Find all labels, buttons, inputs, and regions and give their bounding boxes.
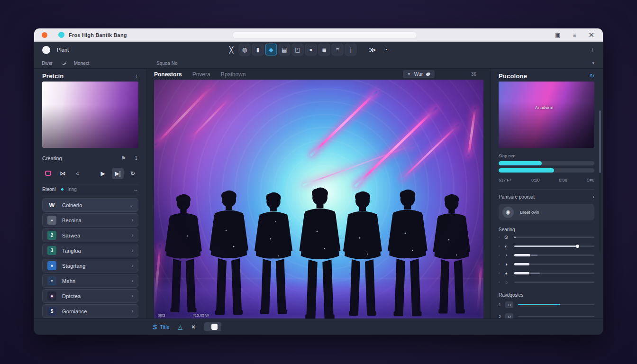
brush-tool-icon[interactable]: ◍ — [238, 44, 250, 55]
balance-slider[interactable] — [514, 255, 594, 256]
cloud-slider[interactable] — [514, 264, 594, 265]
stat-value: C#0 — [586, 178, 594, 182]
bottle-tool-icon[interactable]: ▮ — [252, 44, 264, 55]
list-item-tanglua[interactable]: 3 Tanglua › — [42, 244, 138, 257]
tab-ponestors[interactable]: Ponestors — [154, 71, 182, 78]
list-item-colnerlo[interactable]: W Colnerlo ⌄ — [42, 198, 138, 212]
traffic-light-minimize-icon[interactable] — [58, 32, 64, 38]
title-button[interactable]: Title — [160, 324, 169, 330]
preview-gradient[interactable]: Ar advirm — [499, 82, 594, 148]
volume-slider[interactable] — [514, 246, 594, 247]
align-tool-icon[interactable]: ≡ — [331, 44, 343, 55]
titlebar-search-pill[interactable] — [232, 31, 417, 39]
tab-povera[interactable]: Povera — [192, 71, 210, 78]
track-slider[interactable] — [518, 316, 594, 317]
scrollbar-thumb[interactable] — [599, 110, 601, 173]
list-item-stagrtang[interactable]: ♦ Stagrtang › — [42, 259, 138, 273]
volume-icon: ◐ — [502, 244, 510, 249]
list-item-label: Tanglua — [62, 248, 132, 254]
chevron-down-icon: ▼ — [407, 72, 411, 76]
tab-bpaibown[interactable]: Bpaibown — [221, 71, 246, 78]
circle-tool-icon[interactable]: ○ — [72, 168, 83, 179]
skip-button[interactable]: ▶| — [112, 168, 123, 179]
dollar-badge-icon: $ — [47, 307, 56, 316]
list-item-label: Colnerlo — [62, 202, 129, 208]
header-add-button[interactable]: + — [591, 46, 594, 54]
chevron-down-icon: ⌄ — [129, 202, 133, 208]
expand-row-label: Pamsure poorsat — [499, 194, 535, 200]
brush-blob-icon — [426, 73, 430, 76]
timestamp: #15:05 W — [192, 313, 209, 318]
restore-window-icon[interactable]: ▣ — [555, 32, 560, 38]
timer-icon: ◌ — [502, 280, 510, 285]
progress-meter — [499, 168, 594, 173]
filter-name[interactable]: Eteoni — [42, 187, 55, 192]
stat-value: 8:20 — [531, 178, 540, 182]
panel-scrollbar[interactable] — [599, 110, 601, 253]
play-button[interactable]: ▶ — [97, 168, 109, 179]
traffic-light-close-icon[interactable] — [42, 32, 47, 38]
tick-icon: ‹ — [499, 236, 500, 239]
slider-thumb[interactable] — [576, 245, 579, 248]
lines-tool-icon[interactable]: ≣ — [318, 44, 330, 55]
timer-slider[interactable] — [514, 282, 594, 283]
layout-toggle-button[interactable] — [204, 322, 221, 331]
menu-item-1[interactable]: Dwsr — [42, 61, 53, 66]
stat-value: 0:08 — [559, 178, 567, 182]
toggle-knob — [211, 324, 218, 330]
view-dropdown[interactable]: ▼ Wur — [403, 70, 435, 78]
pink-shape-tool-icon[interactable] — [42, 168, 54, 179]
list-item-gorniance[interactable]: $ Gorniance › — [42, 304, 138, 318]
sync-icon[interactable]: ↔ — [133, 186, 138, 192]
track-row: 1 ⊡ — [499, 300, 594, 309]
track-slider[interactable] — [518, 304, 594, 305]
history-tool-icon[interactable]: ◔ — [380, 44, 391, 55]
crop-tool-icon[interactable]: ◳ — [291, 44, 303, 55]
minimize-window-icon[interactable]: ≡ — [573, 32, 576, 38]
preset-card[interactable]: ◉ Breet ovin — [499, 204, 594, 220]
refresh-icon[interactable]: ↻ — [590, 73, 594, 79]
shape-tool-icon[interactable]: ◆ — [265, 44, 277, 55]
filter-value[interactable]: Inng — [67, 187, 133, 192]
forward-tool-icon[interactable]: ≫ — [366, 44, 378, 55]
app-window: Fros High Bantik Bang ▣ ≡ ✕ Plant ╳ ◍ ▮ … — [34, 28, 603, 335]
canvas-toolbar: S Title △ ✕ — [153, 322, 221, 331]
panel-tool-icon[interactable]: ▤ — [278, 44, 290, 55]
cut-icon[interactable]: ⋈ — [57, 168, 68, 179]
stylize-icon[interactable]: S — [153, 323, 157, 331]
camera-icon: ◕ — [502, 271, 510, 276]
canvas-image[interactable]: 0|03 #15:05 W — [154, 80, 483, 318]
color-gradient-picker[interactable] — [42, 82, 138, 148]
chevron-down-icon[interactable]: ▾ — [592, 61, 594, 65]
list-item-becolna[interactable]: ▪ Becolna › — [42, 213, 138, 227]
refresh-icon[interactable]: ↻ — [127, 168, 138, 179]
cut-icon[interactable]: ✕ — [191, 324, 196, 330]
canvas-tabbar: Ponestors Povera Bpaibown ▼ Wur 36 — [147, 69, 491, 80]
tracks-section-label: Ravdqosles — [499, 292, 594, 298]
triangle-tool-icon[interactable]: △ — [178, 324, 182, 330]
header-status-label: Squoa No — [156, 61, 177, 66]
expand-row[interactable]: Pamsure poorsat › — [499, 189, 594, 200]
fill-tool-icon[interactable]: ● — [305, 44, 317, 55]
cut-tool-icon[interactable]: ╳ — [225, 44, 237, 55]
slider-row: ‹ ◔ — [499, 251, 594, 259]
list-item-dptctea[interactable]: ● Dptctea › — [42, 289, 138, 303]
close-window-icon[interactable]: ✕ — [588, 31, 594, 39]
drop-cursor-icon[interactable]: ↧ — [134, 155, 138, 162]
camera-slider[interactable] — [514, 273, 594, 274]
stats-row: 637 F+ 8:20 0:08 C#0 — [499, 178, 594, 182]
app-name: Plant — [57, 47, 69, 53]
list-item-mehn[interactable]: • Mehn › — [42, 274, 138, 288]
bar-tool-icon[interactable]: ❘ — [345, 44, 356, 55]
power-slider[interactable] — [514, 237, 594, 238]
zoom-level[interactable]: 36 — [471, 72, 476, 77]
layer-list: W Colnerlo ⌄ ▪ Becolna › 2 Sarwea › 3 Ta… — [42, 198, 138, 318]
list-item-sarwea[interactable]: 2 Sarwea › — [42, 228, 138, 242]
menu-item-2[interactable]: Monect — [74, 61, 90, 66]
track-number: 1 — [499, 302, 503, 307]
list-item-label: Gorniance — [62, 309, 132, 314]
left-panel-add-button[interactable]: + — [135, 73, 138, 80]
flag-icon[interactable]: ⚑ — [121, 155, 126, 162]
meter-fill — [499, 161, 542, 165]
tick-icon: ‹ — [499, 263, 500, 266]
